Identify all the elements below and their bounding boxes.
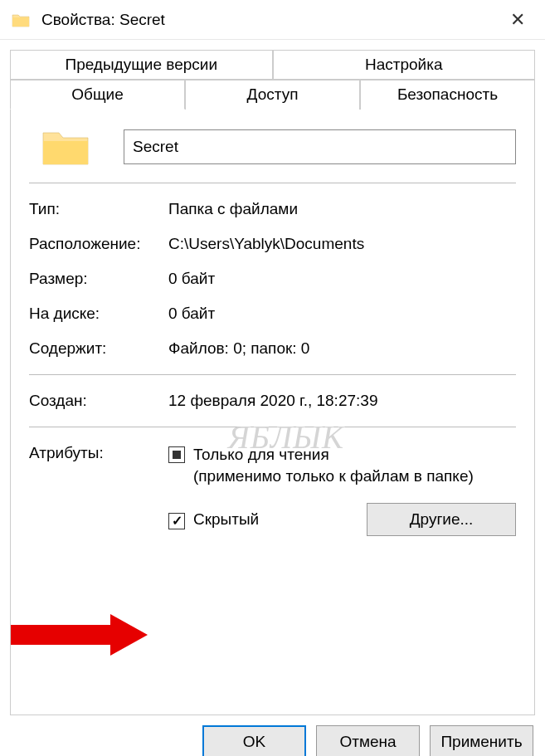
label-size: Размер:: [29, 270, 168, 288]
row-size-on-disk: На диске: 0 байт: [29, 296, 516, 331]
folder-icon-large: [41, 126, 90, 168]
readonly-label-text: Только для чтения: [193, 446, 329, 463]
row-size: Размер: 0 байт: [29, 261, 516, 296]
row-location: Расположение: C:\Users\Yablyk\Documents: [29, 227, 516, 261]
tab-area: Предыдущие версии Настройка Общие Доступ…: [0, 40, 545, 715]
close-button[interactable]: ✕: [497, 0, 538, 40]
header-row: [29, 126, 516, 168]
hidden-row: Скрытый Другие...: [168, 503, 516, 536]
hidden-checkbox[interactable]: [168, 513, 185, 529]
value-contains: Файлов: 0; папок: 0: [168, 339, 516, 358]
label-type: Тип:: [29, 200, 168, 218]
folder-icon: [12, 12, 30, 27]
svg-rect-0: [11, 625, 110, 645]
label-location: Расположение:: [29, 235, 168, 253]
attributes-section: Атрибуты: Только для чтения (применимо т…: [29, 436, 516, 544]
tab-security[interactable]: Безопасность: [360, 80, 535, 110]
divider: [29, 183, 516, 183]
row-created: Создан: 12 февраля 2020 г., 18:27:39: [29, 383, 516, 418]
other-attributes-button[interactable]: Другие...: [367, 503, 516, 536]
tab-general[interactable]: Общие: [10, 80, 185, 110]
close-icon: ✕: [510, 9, 525, 31]
tab-content-general: Тип: Папка с файлами Расположение: C:\Us…: [10, 110, 535, 715]
cancel-button[interactable]: Отмена: [316, 725, 420, 756]
tab-customize[interactable]: Настройка: [273, 50, 536, 80]
value-type: Папка с файлами: [168, 200, 516, 218]
ok-button[interactable]: OK: [202, 725, 306, 756]
svg-marker-1: [110, 614, 148, 656]
label-attributes: Атрибуты:: [29, 444, 168, 536]
tab-previous-versions[interactable]: Предыдущие версии: [10, 50, 273, 80]
divider: [29, 374, 516, 375]
label-created: Создан:: [29, 392, 168, 410]
divider: [29, 427, 516, 427]
apply-button[interactable]: Применить: [430, 725, 533, 756]
tabs: Предыдущие версии Настройка Общие Доступ…: [10, 50, 535, 110]
red-arrow-annotation: [2, 610, 152, 660]
label-size-on-disk: На диске:: [29, 305, 168, 323]
readonly-row: Только для чтения (применимо только к фа…: [168, 444, 516, 486]
readonly-note: (применимо только к файлам в папке): [193, 467, 474, 485]
row-contains: Содержит: Файлов: 0; папок: 0: [29, 331, 516, 366]
row-type: Тип: Папка с файлами: [29, 192, 516, 227]
readonly-label: Только для чтения (применимо только к фа…: [193, 444, 474, 486]
value-size-on-disk: 0 байт: [168, 305, 516, 323]
value-size: 0 байт: [168, 270, 516, 288]
tab-sharing[interactable]: Доступ: [185, 80, 360, 110]
folder-name-input[interactable]: [124, 129, 516, 164]
hidden-label: Скрытый: [193, 509, 259, 530]
button-bar: OK Отмена Применить: [0, 715, 545, 756]
value-location: C:\Users\Yablyk\Documents: [168, 235, 516, 253]
value-created: 12 февраля 2020 г., 18:27:39: [168, 392, 516, 410]
title-bar: Свойства: Secret ✕: [0, 0, 545, 40]
window-title: Свойства: Secret: [41, 11, 497, 29]
readonly-checkbox[interactable]: [168, 446, 185, 463]
label-contains: Содержит:: [29, 339, 168, 358]
